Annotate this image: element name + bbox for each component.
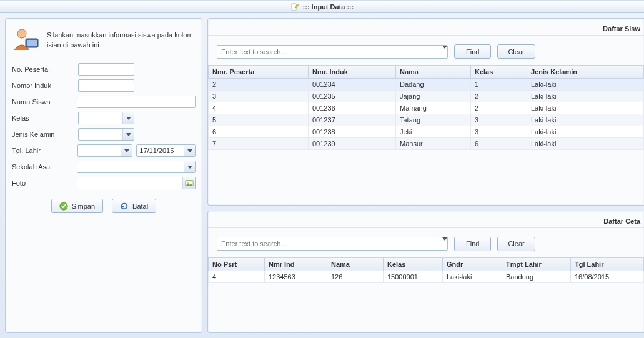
table-cell[interactable]: 3 (471, 114, 527, 126)
table-cell[interactable]: 7 (209, 138, 309, 150)
siswa-clear-button[interactable]: Clear (497, 44, 535, 59)
table-cell[interactable]: Dadang (396, 79, 471, 91)
user-computer-icon (12, 26, 41, 55)
chevron-down-icon[interactable] (122, 112, 134, 124)
nama-siswa-input[interactable] (77, 96, 196, 108)
table-cell[interactable]: 001237 (309, 114, 396, 126)
browse-image-button[interactable] (182, 177, 195, 189)
table-cell[interactable]: Laki-laki (443, 271, 502, 282)
table-cell[interactable]: 001238 (309, 126, 396, 138)
column-header[interactable]: Kelas (471, 66, 527, 79)
tgl-lahir-right-value: 17/11/2015 (139, 147, 174, 154)
column-header[interactable]: Nama (396, 66, 471, 79)
nomor-induk-input[interactable] (78, 79, 134, 92)
chevron-down-icon[interactable] (122, 129, 134, 140)
column-header[interactable]: Tgl Lahir (571, 257, 644, 271)
chevron-down-icon[interactable] (184, 145, 195, 156)
table-cell[interactable]: Jajang (396, 91, 471, 102)
column-header[interactable]: Nmr Ind (265, 257, 327, 271)
siswa-search-input[interactable] (217, 47, 442, 57)
table-row[interactable]: 5001237Tatang3Laki-laki (209, 114, 644, 126)
table-cell[interactable]: 001239 (309, 138, 396, 150)
table-cell[interactable]: 001235 (309, 91, 396, 102)
table-row[interactable]: 4001236Mamang2Laki-laki (209, 102, 644, 114)
table-row[interactable]: 7001239Mansur6Laki-laki (209, 138, 644, 150)
foto-input[interactable] (80, 179, 182, 187)
no-peserta-input[interactable] (78, 63, 134, 76)
label-no-peserta: No. Peserta (12, 66, 78, 73)
table-cell[interactable]: 6 (471, 138, 527, 150)
save-label: Simpan (72, 202, 95, 210)
table-cell[interactable]: 5 (209, 114, 309, 126)
tgl-lahir-date-input[interactable]: 17/11/2015 (136, 144, 196, 157)
column-header[interactable]: Tmpt Lahir (502, 257, 571, 271)
chevron-down-icon[interactable] (184, 161, 195, 172)
siswa-searchbox[interactable] (217, 45, 448, 59)
table-cell[interactable]: 126 (327, 271, 384, 282)
siswa-grid[interactable]: Nmr. PesertaNmr. IndukNamaKelasJenis Kel… (208, 65, 644, 150)
table-cell[interactable]: 4 (209, 271, 265, 282)
table-cell[interactable]: 001236 (309, 102, 396, 114)
table-cell[interactable]: Laki-laki (527, 91, 644, 102)
table-cell[interactable]: 3 (209, 91, 309, 102)
cetak-search-input[interactable] (217, 239, 442, 249)
label-tgl-lahir: Tgl. Lahir (12, 147, 77, 154)
foto-input-wrapper (77, 177, 196, 189)
cetak-panel-title: Daftar Ceta (208, 211, 644, 228)
column-header[interactable]: Kelas (384, 257, 443, 271)
cancel-button[interactable]: Batal (112, 199, 156, 213)
cetak-searchbar: Find Clear (208, 228, 644, 257)
table-cell[interactable]: Laki-laki (527, 79, 644, 91)
table-cell[interactable]: Laki-laki (527, 102, 644, 114)
intro-text: Silahkan masukkan informasi siswa pada k… (47, 26, 196, 55)
table-row[interactable]: 2001234Dadang1Laki-laki (209, 79, 644, 91)
column-header[interactable]: Nmr. Peserta (209, 66, 309, 79)
table-cell[interactable]: 3 (471, 126, 527, 138)
save-button[interactable]: Simpan (51, 199, 103, 213)
cetak-find-button[interactable]: Find (454, 237, 491, 251)
tgl-lahir-left-combo[interactable] (77, 144, 133, 157)
table-cell[interactable]: Mansur (396, 138, 471, 150)
table-cell[interactable]: 4 (209, 102, 309, 114)
siswa-find-button[interactable]: Find (454, 44, 491, 59)
refresh-icon (120, 202, 129, 211)
column-header[interactable]: Jenis Kelamin (527, 66, 644, 79)
kelas-combo[interactable] (78, 112, 134, 124)
svg-rect-3 (27, 40, 37, 46)
table-cell[interactable]: Laki-laki (527, 126, 644, 138)
main-area: Silahkan masukkan informasi siswa pada k… (0, 13, 644, 338)
table-cell[interactable]: Laki-laki (527, 114, 644, 126)
cetak-searchbox[interactable] (217, 237, 448, 251)
cetak-clear-button[interactable]: Clear (497, 237, 535, 251)
table-cell[interactable]: Mamang (396, 102, 471, 114)
chevron-down-icon[interactable] (442, 237, 447, 250)
chevron-down-icon[interactable] (121, 145, 132, 156)
table-cell[interactable]: 1 (471, 79, 527, 91)
table-cell[interactable]: 16/08/2015 (571, 271, 644, 282)
table-cell[interactable]: 2 (471, 91, 527, 102)
table-cell[interactable]: 6 (209, 126, 309, 138)
table-row[interactable]: 4123456312615000001Laki-lakiBandung16/08… (209, 271, 644, 282)
table-cell[interactable]: 001234 (309, 79, 396, 91)
table-cell[interactable]: 15000001 (384, 271, 443, 282)
column-header[interactable]: Nama (327, 257, 384, 271)
right-side: Daftar Sisw Find Clear Nmr. PesertaNmr. … (207, 18, 644, 333)
column-header[interactable]: Nmr. Induk (309, 66, 396, 79)
cetak-grid[interactable]: No PsrtNmr IndNamaKelasGndrTmpt LahirTgl… (208, 257, 644, 283)
sekolah-asal-combo[interactable] (77, 161, 196, 173)
table-cell[interactable]: Laki-laki (527, 138, 644, 150)
table-row[interactable]: 6001238Jeki3Laki-laki (209, 126, 644, 138)
chevron-down-icon[interactable] (442, 46, 447, 58)
table-cell[interactable]: Bandung (502, 271, 571, 282)
table-cell[interactable]: Jeki (396, 126, 471, 138)
table-cell[interactable]: 2 (209, 79, 309, 91)
jenis-kelamin-combo[interactable] (78, 128, 134, 141)
window: ::: Input Data ::: Silahkan masukkan inf… (0, 0, 644, 338)
column-header[interactable]: Gndr (443, 257, 502, 271)
column-header[interactable]: No Psrt (209, 257, 265, 271)
table-row[interactable]: 3001235Jajang2Laki-laki (209, 91, 644, 102)
table-cell[interactable]: Tatang (396, 114, 471, 126)
table-cell[interactable]: 1234563 (265, 271, 327, 282)
table-cell[interactable]: 2 (471, 102, 527, 114)
label-kelas: Kelas (12, 114, 78, 122)
